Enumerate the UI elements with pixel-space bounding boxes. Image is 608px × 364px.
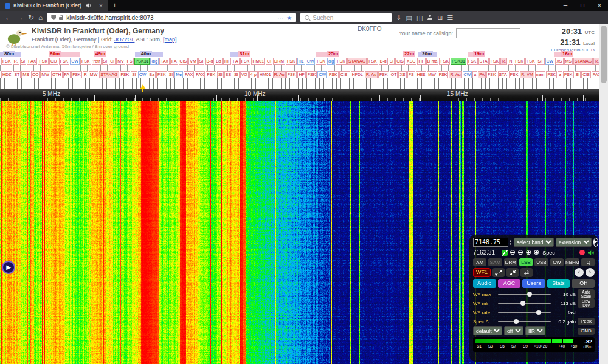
link-icon[interactable]: [502, 250, 508, 256]
dx-label[interactable]: FSK: [156, 71, 167, 78]
dx-label[interactable]: VM: [188, 58, 198, 65]
wf-min-slider[interactable]: [498, 303, 551, 304]
dx-label[interactable]: OT: [390, 71, 398, 78]
dx-label[interactable]: FSK: [306, 71, 317, 78]
dx-label[interactable]: CIS-: [339, 71, 350, 78]
mode-button[interactable]: NBFM: [565, 258, 579, 266]
page-left-button[interactable]: ‹: [575, 268, 584, 277]
search-placeholder[interactable]: Suchen: [313, 15, 333, 21]
tab-audio-icon[interactable]: [85, 2, 92, 9]
mode-button[interactable]: CW: [550, 258, 564, 266]
dx-label[interactable]: R. Au: [273, 71, 286, 78]
slider-thumb[interactable]: [514, 319, 519, 324]
dx-label[interactable]: FSK: [486, 71, 497, 78]
dx-label[interactable]: CW: [463, 71, 472, 78]
filter-select[interactable]: IIR: [525, 326, 545, 335]
mode-button[interactable]: AM: [473, 258, 486, 266]
dx-label[interactable]: PSK31: [134, 58, 150, 65]
dx-label[interactable]: HF: [297, 71, 305, 78]
panel-tab[interactable]: Stats: [547, 279, 570, 288]
browser-scrollbar[interactable]: [599, 24, 608, 364]
scrollbar-thumb[interactable]: [601, 26, 607, 83]
dx-label[interactable]: FSK: [286, 58, 297, 65]
dx-label[interactable]: FS: [126, 58, 134, 65]
url-bar[interactable]: kiwisdr-dx0ffo.hamspirit.de:8073 ⋯ ★: [47, 13, 296, 22]
dx-label[interactable]: ST: [13, 71, 21, 78]
dx-label[interactable]: FSK: [206, 71, 216, 78]
wf-rate-slider[interactable]: [498, 312, 551, 313]
dx-label[interactable]: SI: [233, 71, 240, 78]
dx-label[interactable]: SI: [131, 71, 137, 78]
dx-label[interactable]: SI: [102, 58, 109, 65]
home-icon[interactable]: ⌂: [38, 11, 43, 24]
window-maximize-button[interactable]: □: [574, 0, 591, 11]
dx-label[interactable]: MS: [21, 71, 30, 78]
shift-passband-button[interactable]: ⇄: [520, 268, 533, 277]
dx-label[interactable]: dig: [327, 58, 335, 65]
dx-label[interactable]: nam: [535, 71, 546, 78]
dx-label[interactable]: CO: [31, 71, 40, 78]
bluebison-link[interactable]: © bluebison.net: [6, 44, 40, 49]
menu-icon[interactable]: ☰: [447, 11, 454, 24]
dx-label[interactable]: R. Au: [365, 71, 378, 78]
dx-label[interactable]: R.: [13, 58, 19, 65]
band-select[interactable]: select band: [514, 238, 554, 247]
dx-label[interactable]: FAX: [184, 71, 194, 78]
dx-label[interactable]: FAX: [27, 58, 37, 65]
dx-label[interactable]: HE8: [416, 71, 427, 78]
back-icon[interactable]: ←: [5, 11, 12, 24]
dx-label[interactable]: XSC: [406, 58, 416, 65]
zoom-to-band-button[interactable]: [492, 268, 505, 277]
url-text[interactable]: kiwisdr-dx0ffo.hamspirit.de:8073: [66, 15, 274, 21]
page-actions-icon[interactable]: ⋯: [277, 15, 283, 21]
dx-label[interactable]: FSK: [80, 58, 91, 65]
dx-label[interactable]: CIS: [179, 58, 188, 65]
dx-label[interactable]: R.: [593, 58, 599, 65]
dx-label[interactable]: FSK: [563, 71, 574, 78]
dx-label[interactable]: R. Au: [449, 71, 461, 78]
frequency-input[interactable]: [473, 238, 508, 247]
dx-label[interactable]: FSK: [328, 71, 339, 78]
dx-label[interactable]: SI: [198, 58, 205, 65]
dx-label[interactable]: FA: [232, 58, 240, 65]
dx-label[interactable]: CW: [545, 58, 555, 65]
dx-label[interactable]: CI: [266, 58, 272, 65]
zoom-to-full-button[interactable]: [506, 268, 519, 277]
dx-label[interactable]: FS: [407, 71, 415, 78]
slow-dev-button[interactable]: SlowDev: [578, 298, 595, 308]
dx-label[interactable]: FSK: [514, 58, 525, 65]
dx-label[interactable]: ES: [224, 71, 232, 78]
wf1-menu-button[interactable]: WF1: [473, 268, 491, 277]
band-label[interactable]: 19m: [473, 51, 485, 57]
reload-icon[interactable]: ↻: [28, 11, 34, 24]
dx-label[interactable]: FSK: [467, 58, 478, 65]
zoom-in-button[interactable]: ⊕: [525, 249, 531, 256]
dx-label[interactable]: FSK: [336, 58, 347, 65]
dx-label[interactable]: CI: [109, 58, 116, 65]
dx-label[interactable]: FAX: [159, 58, 170, 65]
dx-label[interactable]: 4-p: [249, 71, 258, 78]
dx-label[interactable]: FA: [63, 71, 71, 78]
dx-label[interactable]: SI: [217, 71, 224, 78]
dx-label[interactable]: STANAG: [99, 71, 119, 78]
dx-label[interactable]: VO: [240, 71, 249, 78]
page-right-button[interactable]: ›: [586, 268, 595, 277]
dx-label[interactable]: CIS: [581, 71, 591, 78]
dx-label[interactable]: HFDL: [351, 71, 364, 78]
callsign-input[interactable]: [456, 28, 520, 38]
dx-label[interactable]: ?dtr: [92, 58, 102, 65]
dx-label[interactable]: dig: [150, 58, 158, 65]
dx-label[interactable]: ST: [537, 58, 545, 65]
map-link[interactable]: [map]: [163, 36, 177, 43]
dx-label[interactable]: XS: [398, 71, 406, 78]
dx-label[interactable]: SI: [575, 71, 581, 78]
zoom-in-max-button[interactable]: ⊕: [533, 249, 539, 256]
band-label[interactable]: 40m: [140, 51, 152, 57]
dx-label[interactable]: HF: [223, 58, 231, 65]
search-box[interactable]: Suchen: [300, 13, 392, 22]
apps-grid-icon[interactable]: ⊞: [437, 11, 443, 24]
mute-speaker-icon[interactable]: [587, 249, 595, 256]
dx-label[interactable]: CIS: [395, 58, 405, 65]
dx-label[interactable]: CW: [138, 71, 148, 78]
dx-label[interactable]: a: [472, 71, 477, 78]
